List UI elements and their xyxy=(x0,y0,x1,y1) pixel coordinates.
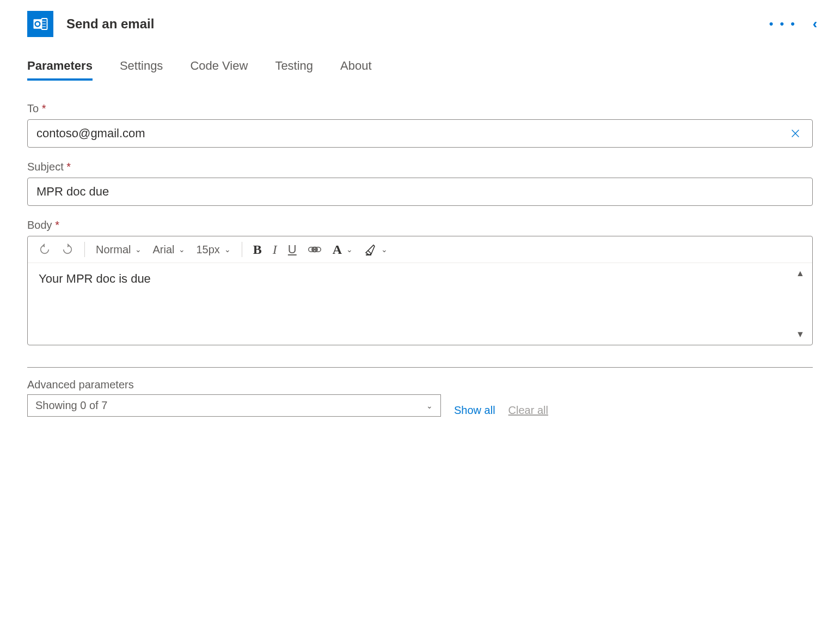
advanced-select[interactable]: Showing 0 of 7 ⌄ xyxy=(27,394,441,417)
size-value: 15px xyxy=(196,243,219,256)
style-value: Normal xyxy=(96,243,131,256)
to-input[interactable]: contoso@gmail.com xyxy=(27,119,813,148)
toolbar-divider xyxy=(242,242,242,257)
to-label-text: To xyxy=(27,102,39,114)
italic-button[interactable]: I xyxy=(273,242,277,257)
subject-value: MPR doc due xyxy=(36,185,804,199)
body-label: Body * xyxy=(27,219,813,231)
editor-toolbar: Normal ⌄ Arial ⌄ 15px ⌄ B I U A ⌄ xyxy=(28,236,812,263)
field-body: Body * Normal ⌄ Arial ⌄ 15px ⌄ xyxy=(27,219,813,345)
to-value: contoso@gmail.com xyxy=(36,126,787,141)
header-right: • • • ‹‹ xyxy=(769,16,813,32)
font-color-icon: A xyxy=(333,242,342,257)
required-mark: * xyxy=(42,102,46,114)
tab-about[interactable]: About xyxy=(340,59,372,81)
required-mark: * xyxy=(66,161,71,173)
field-subject: Subject * MPR doc due xyxy=(27,161,813,206)
section-divider xyxy=(27,367,813,368)
clear-all-button[interactable]: Clear all xyxy=(508,404,548,417)
chevron-down-icon: ⌄ xyxy=(179,245,185,254)
font-value: Arial xyxy=(152,243,174,256)
scroll-up-icon[interactable]: ▲ xyxy=(796,269,805,278)
scroll-arrows: ▲ ▼ xyxy=(793,269,808,339)
body-editor: Normal ⌄ Arial ⌄ 15px ⌄ B I U A ⌄ xyxy=(27,236,813,345)
chevron-down-icon: ⌄ xyxy=(224,245,231,254)
highlight-icon xyxy=(364,243,377,256)
advanced-parameters-row: Advanced parameters Showing 0 of 7 ⌄ Sho… xyxy=(27,379,813,417)
to-label: To * xyxy=(27,102,813,115)
body-label-text: Body xyxy=(27,219,52,231)
scroll-down-icon[interactable]: ▼ xyxy=(796,330,805,339)
link-icon[interactable] xyxy=(308,244,322,255)
advanced-showing: Showing 0 of 7 xyxy=(35,399,107,412)
undo-icon[interactable] xyxy=(39,243,51,255)
underline-button[interactable]: U xyxy=(288,242,297,257)
font-dropdown[interactable]: Arial ⌄ xyxy=(152,243,185,256)
advanced-label: Advanced parameters xyxy=(27,379,441,391)
tab-settings[interactable]: Settings xyxy=(120,59,163,81)
tab-testing[interactable]: Testing xyxy=(275,59,313,81)
tab-bar: Parameters Settings Code View Testing Ab… xyxy=(27,59,813,81)
chevron-down-icon: ⌄ xyxy=(426,401,433,410)
outlook-icon xyxy=(27,11,53,37)
panel-header: Send an email • • • ‹‹ xyxy=(27,11,813,37)
redo-icon[interactable] xyxy=(62,243,73,255)
bold-button[interactable]: B xyxy=(253,242,262,257)
header-left: Send an email xyxy=(27,11,154,37)
advanced-left: Advanced parameters Showing 0 of 7 ⌄ xyxy=(27,379,441,417)
subject-input[interactable]: MPR doc due xyxy=(27,178,813,206)
field-to: To * contoso@gmail.com xyxy=(27,102,813,148)
style-dropdown[interactable]: Normal ⌄ xyxy=(96,243,142,256)
toolbar-divider xyxy=(84,242,85,257)
show-all-button[interactable]: Show all xyxy=(454,404,495,417)
size-dropdown[interactable]: 15px ⌄ xyxy=(196,243,230,256)
body-content: Your MPR doc is due xyxy=(39,272,151,285)
font-color-dropdown[interactable]: A ⌄ xyxy=(333,242,353,257)
panel-title: Send an email xyxy=(66,16,154,32)
more-icon[interactable]: • • • xyxy=(769,17,796,31)
subject-label: Subject * xyxy=(27,161,813,173)
clear-to-icon[interactable] xyxy=(787,127,804,139)
chevron-down-icon: ⌄ xyxy=(135,245,142,254)
chevron-down-icon: ⌄ xyxy=(381,245,388,254)
highlight-dropdown[interactable]: ⌄ xyxy=(364,243,388,256)
chevron-down-icon: ⌄ xyxy=(346,245,353,254)
tab-code-view[interactable]: Code View xyxy=(190,59,248,81)
subject-label-text: Subject xyxy=(27,161,64,173)
required-mark: * xyxy=(55,219,59,231)
tab-parameters[interactable]: Parameters xyxy=(27,59,93,81)
body-textarea[interactable]: Your MPR doc is due ▲ ▼ xyxy=(28,263,812,345)
